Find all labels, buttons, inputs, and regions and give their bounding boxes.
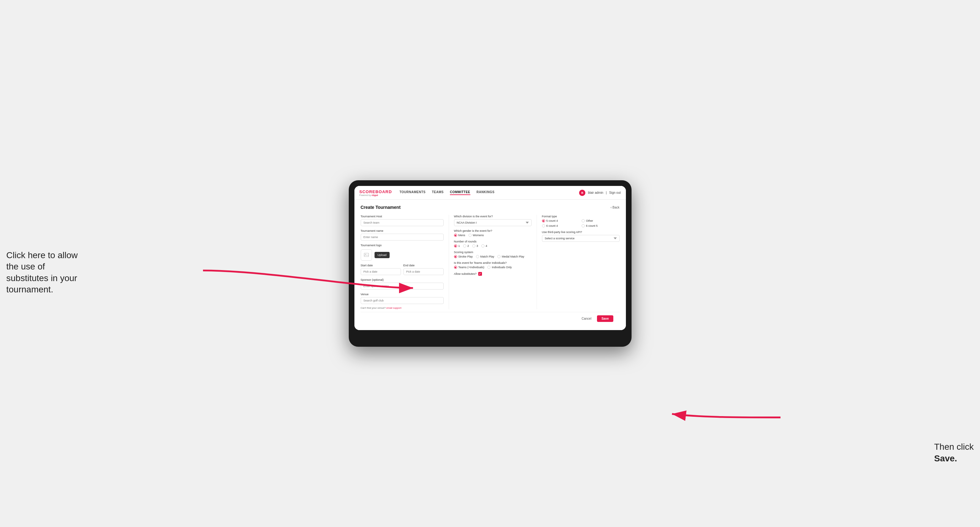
venue-label: Venue [361,293,444,296]
venue-note: Can't find your venue? email support [361,306,444,310]
nav-rankings[interactable]: RANKINGS [477,190,495,195]
email-support-link[interactable]: email support [387,306,402,310]
format-5count4[interactable]: 5 count 4 [542,219,580,222]
substitutes-checkbox[interactable] [478,272,482,276]
scoring-match[interactable]: Match Play [476,255,495,258]
tournament-host-group: Tournament Host [361,215,444,226]
format-5count4-radio [542,219,545,222]
rounds-2-radio [463,244,466,248]
scoring-match-radio [476,255,479,258]
division-label: Which division is the event for? [454,215,531,218]
upload-button[interactable]: Upload [374,252,390,258]
sponsor-input[interactable] [361,283,444,290]
gender-mens-label: Mens [458,234,465,237]
rounds-1[interactable]: 1 [454,244,460,248]
tournament-host-input[interactable] [361,219,444,226]
event-teams-radio [454,266,457,269]
logo-brand: clippd [371,194,378,196]
format-6count5-radio [582,224,585,227]
logo-title: SCOREBOARD [360,189,392,194]
scoring-label: Scoring system [454,251,531,254]
form-col-3: Format type 5 count 4 Other [537,215,620,310]
nav-links: TOURNAMENTS TEAMS COMMITTEE RANKINGS [399,190,579,195]
scoring-medal-label: Medal Match Play [502,255,524,258]
event-for-options: Teams (+Individuals) Individuals Only [454,266,531,269]
rounds-1-radio [454,244,457,248]
format-6count5-label: 6 count 5 [586,224,598,227]
format-group: Format type 5 count 4 Other [542,215,620,227]
page-content: Create Tournament ‹ Back Tournament Host… [355,200,626,330]
gender-options: Mens Womens [454,234,531,237]
tournament-logo-label: Tournament logo [361,244,444,247]
save-button[interactable]: Save [597,315,613,322]
nav-user: B blair admin | Sign out [579,190,620,196]
gender-mens[interactable]: Mens [454,234,465,237]
nav-separator: | [606,191,607,194]
venue-input[interactable] [361,297,444,304]
form-col-1: Tournament Host Tournament name Tourname… [361,215,444,310]
main-nav: SCOREBOARD Powered by clippd TOURNAMENTS… [355,186,626,200]
scoring-medal[interactable]: Medal Match Play [497,255,524,258]
rounds-2[interactable]: 2 [463,244,469,248]
substitutes-label: Allow substitutes? [454,272,477,275]
avatar: B [579,190,585,196]
third-party-group: Use third-party live scoring API? Select… [542,230,620,242]
tournament-host-label: Tournament Host [361,215,444,218]
gender-label: Which gender is the event for? [454,229,531,232]
nav-teams[interactable]: TEAMS [432,190,444,195]
date-row: Start date End date [361,264,444,275]
form-columns: Tournament Host Tournament name Tourname… [361,215,620,310]
form-footer: Cancel Save [361,312,620,325]
sponsor-group: Sponsor (optional) [361,278,444,290]
scoring-match-label: Match Play [480,255,495,258]
rounds-4[interactable]: 4 [481,244,487,248]
gender-group: Which gender is the event for? Mens Wome… [454,229,531,237]
format-6count4[interactable]: 6 count 4 [542,224,580,227]
format-6count5[interactable]: 6 count 5 [582,224,620,227]
sign-out-link[interactable]: Sign out [609,191,621,194]
gender-womens-label: Womens [473,234,484,237]
format-5count4-label: 5 count 4 [546,219,558,222]
scoring-stroke[interactable]: Stroke Play [454,255,473,258]
rounds-group: Number of rounds 1 2 [454,240,531,248]
tournament-name-input[interactable] [361,234,444,241]
rounds-3[interactable]: 3 [472,244,478,248]
end-date-label: End date [403,264,444,267]
division-select[interactable]: NCAA Division I [454,219,531,226]
gender-womens-radio [468,234,472,237]
nav-committee[interactable]: COMMITTEE [450,190,470,195]
logo-upload-row: Upload [361,249,444,261]
rounds-3-radio [472,244,476,248]
nav-tournaments[interactable]: TOURNAMENTS [399,190,425,195]
substitutes-checkbox-label[interactable]: Allow substitutes? [454,272,531,276]
scoring-service-select[interactable]: Select a scoring service [542,235,620,242]
format-other-radio [582,219,585,222]
tournament-logo-group: Tournament logo Upload [361,244,444,261]
event-individuals[interactable]: Individuals Only [487,266,512,269]
back-link[interactable]: ‹ Back [611,206,619,209]
format-options: 5 count 4 Other 6 count 4 [542,219,620,227]
gender-womens[interactable]: Womens [468,234,484,237]
annotation-left: Click here to allow the use of substitut… [6,250,88,295]
division-group: Which division is the event for? NCAA Di… [454,215,531,226]
third-party-label: Use third-party live scoring API? [542,230,620,234]
sponsor-label: Sponsor (optional) [361,278,444,281]
format-label: Format type [542,215,620,218]
cancel-button[interactable]: Cancel [578,315,595,322]
substitutes-group: Allow substitutes? [454,272,531,276]
rounds-2-label: 2 [468,244,469,248]
event-individuals-radio [487,266,490,269]
tournament-name-label: Tournament name [361,229,444,232]
logo-sub: Powered by clippd [360,194,392,196]
rounds-options: 1 2 3 4 [454,244,531,248]
gender-mens-radio [454,234,457,237]
end-date-input[interactable] [403,268,444,275]
rounds-4-label: 4 [486,244,487,248]
format-other[interactable]: Other [582,219,620,222]
event-teams-label: Teams (+Individuals) [458,266,485,269]
start-date-input[interactable] [361,268,401,275]
event-teams[interactable]: Teams (+Individuals) [454,266,485,269]
rounds-3-label: 3 [477,244,478,248]
page-header: Create Tournament ‹ Back [361,205,620,210]
tournament-name-group: Tournament name [361,229,444,241]
